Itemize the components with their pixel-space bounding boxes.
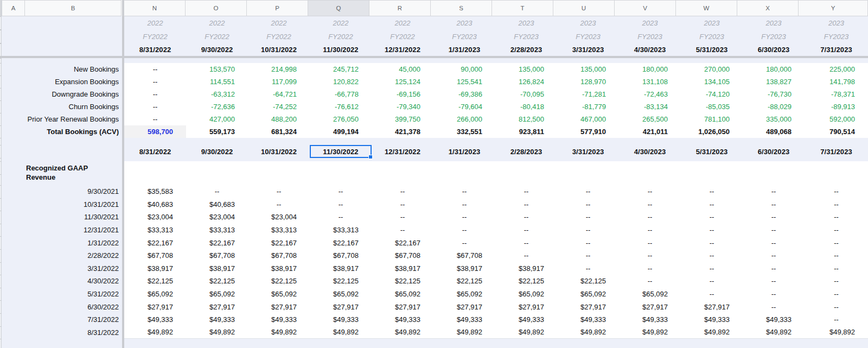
data-cell[interactable]: $49,333 [186, 313, 248, 326]
data-cell[interactable]: 592,000 [805, 113, 868, 125]
data-cell[interactable]: $40,683 [124, 198, 186, 211]
data-cell[interactable]: -- [805, 236, 868, 249]
year-cell[interactable]: 2023 [495, 16, 557, 30]
data-cell[interactable]: $49,892 [557, 326, 619, 339]
data-cell[interactable]: -- [124, 88, 186, 100]
data-cell[interactable]: $27,917 [372, 300, 433, 313]
data-cell[interactable]: $65,092 [248, 288, 310, 301]
data-cell[interactable]: $49,892 [743, 326, 805, 339]
data-cell[interactable]: $49,892 [372, 326, 433, 339]
data-cell[interactable]: $35,583 [124, 185, 186, 198]
data-cell[interactable]: 923,811 [495, 125, 557, 138]
data-cell[interactable]: -- [372, 185, 433, 198]
data-cell[interactable]: 90,000 [433, 63, 495, 75]
date-cell[interactable]: 5/31/2023 [681, 145, 743, 158]
data-cell[interactable]: 45,000 [372, 63, 433, 75]
data-cell[interactable]: -- [743, 185, 805, 198]
data-cell[interactable]: $22,167 [186, 236, 248, 249]
data-cell[interactable]: -88,029 [743, 100, 805, 113]
data-cell[interactable]: 399,750 [372, 113, 433, 125]
data-cell[interactable]: 421,011 [619, 125, 681, 138]
data-cell[interactable]: $49,892 [310, 326, 372, 339]
data-cell[interactable]: 467,000 [557, 113, 619, 125]
fiscal-year-cell[interactable]: FY2023 [743, 30, 805, 43]
data-cell[interactable]: -- [743, 224, 805, 237]
fiscal-year-cell[interactable]: FY2023 [557, 30, 619, 43]
data-cell[interactable]: -63,312 [186, 88, 248, 100]
data-cell[interactable]: -- [495, 236, 557, 249]
data-cell[interactable]: -70,095 [495, 88, 557, 100]
data-cell[interactable]: -- [743, 236, 805, 249]
data-cell[interactable]: 141,798 [805, 75, 868, 88]
data-cell[interactable]: -- [681, 275, 743, 288]
data-cell[interactable]: 225,000 [805, 63, 868, 75]
date-cell[interactable]: 3/31/2023 [557, 43, 619, 56]
data-cell[interactable]: $22,167 [124, 236, 186, 249]
row-label-cell[interactable]: Downgrade Bookings [2, 88, 122, 100]
data-cell[interactable]: $22,125 [557, 275, 619, 288]
column-header-A[interactable]: A [2, 0, 25, 16]
data-cell[interactable]: 266,000 [433, 113, 495, 125]
row-label-cell[interactable]: Total Bookings (ACV) [2, 125, 122, 138]
data-cell[interactable]: -- [619, 185, 681, 198]
column-header-W[interactable]: W [675, 0, 737, 16]
year-cell[interactable]: 2023 [681, 16, 743, 30]
data-cell[interactable]: -- [495, 249, 557, 262]
data-cell[interactable]: $49,892 [186, 326, 248, 339]
data-cell[interactable]: 332,551 [433, 125, 495, 138]
column-header-S[interactable]: S [430, 0, 492, 16]
fiscal-year-cell[interactable]: FY2022 [124, 30, 186, 43]
data-cell[interactable]: -- [495, 198, 557, 211]
data-cell[interactable]: -80,418 [495, 100, 557, 113]
date-cell[interactable]: 2/28/2023 [495, 43, 557, 56]
year-cell[interactable]: 2023 [433, 16, 495, 30]
data-cell[interactable]: 577,910 [557, 125, 619, 138]
data-cell[interactable]: 265,500 [619, 113, 681, 125]
date-cell[interactable]: 10/31/2022 [248, 145, 310, 158]
data-cell[interactable]: $49,892 [124, 326, 186, 339]
column-header-X[interactable]: X [737, 0, 799, 16]
data-cell[interactable]: -79,340 [372, 100, 433, 113]
data-cell[interactable]: $49,892 [619, 326, 681, 339]
data-cell[interactable]: $65,092 [495, 288, 557, 301]
row-label-cell[interactable]: 4/30/2022 [2, 275, 122, 288]
date-cell[interactable]: 7/31/2023 [805, 43, 868, 56]
data-cell[interactable]: $67,708 [124, 249, 186, 262]
data-cell[interactable]: 125,541 [433, 75, 495, 88]
data-cell[interactable]: -- [743, 288, 805, 301]
data-cell[interactable]: 214,998 [248, 63, 310, 75]
data-cell[interactable]: -- [743, 300, 805, 313]
data-cell[interactable]: 180,000 [743, 63, 805, 75]
data-cell[interactable]: $22,125 [495, 275, 557, 288]
data-cell[interactable]: 427,000 [186, 113, 248, 125]
data-cell[interactable]: $49,333 [681, 313, 743, 326]
date-cell[interactable]: 6/30/2023 [743, 43, 805, 56]
data-cell[interactable]: $27,917 [619, 300, 681, 313]
column-header-N[interactable]: N [124, 0, 186, 16]
data-cell[interactable]: $49,892 [681, 326, 743, 339]
column-header-Q[interactable]: Q [308, 0, 369, 16]
data-cell[interactable]: -- [743, 275, 805, 288]
data-cell[interactable]: -- [372, 198, 433, 211]
data-cell[interactable]: $49,333 [124, 313, 186, 326]
data-cell[interactable]: -- [681, 198, 743, 211]
data-cell[interactable]: $33,313 [310, 224, 372, 237]
data-cell[interactable]: 790,514 [805, 125, 868, 138]
data-cell[interactable]: 499,194 [310, 125, 372, 138]
data-cell[interactable]: 134,105 [681, 75, 743, 88]
data-cell[interactable]: $33,313 [124, 224, 186, 237]
data-cell[interactable]: $27,917 [124, 300, 186, 313]
data-cell[interactable]: $22,167 [310, 236, 372, 249]
data-cell[interactable]: -- [681, 211, 743, 224]
data-cell[interactable]: 138,827 [743, 75, 805, 88]
data-cell[interactable]: -- [743, 198, 805, 211]
data-cell[interactable]: $38,917 [310, 262, 372, 275]
date-cell[interactable]: 12/31/2022 [372, 43, 433, 56]
row-label-cell[interactable]: New Bookings [2, 63, 122, 75]
data-cell[interactable]: $65,092 [124, 288, 186, 301]
data-cell[interactable]: -76,612 [310, 100, 372, 113]
data-cell[interactable]: -- [124, 113, 186, 125]
data-cell[interactable]: $22,125 [372, 275, 433, 288]
row-label-cell[interactable]: Expansion Bookings [2, 75, 122, 88]
year-cell[interactable]: 2022 [186, 16, 248, 30]
